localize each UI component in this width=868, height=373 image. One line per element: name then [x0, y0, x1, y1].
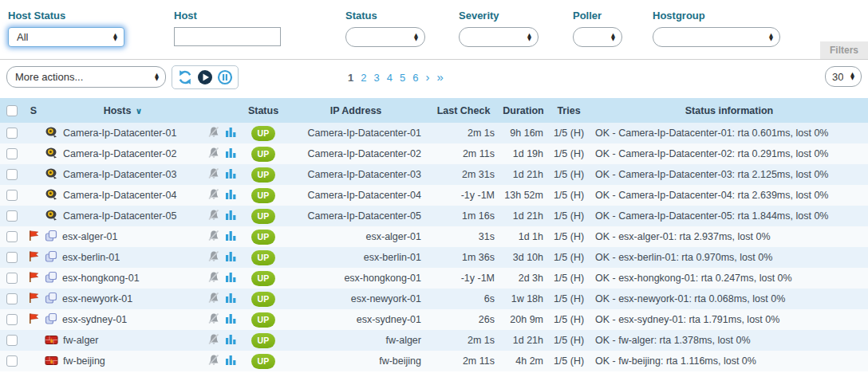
- severity-flag-icon: [28, 233, 40, 244]
- performance-graph-icon[interactable]: [225, 312, 237, 327]
- status-information-cell: OK - esx-berlin-01: rta 0.970ms, lost 0%: [590, 247, 868, 268]
- select-all-checkbox[interactable]: [6, 105, 18, 116]
- row-checkbox[interactable]: [6, 273, 18, 284]
- host-search-input[interactable]: [174, 27, 281, 46]
- status-badge: UP: [251, 126, 274, 141]
- row-checkbox[interactable]: [6, 128, 18, 139]
- page-link-3[interactable]: 3: [373, 72, 379, 84]
- host-name-link[interactable]: Camera-Ip-Datacenter-05: [63, 210, 176, 222]
- tries-cell: 1/5 (H): [547, 123, 590, 143]
- severity-select[interactable]: ▲▼: [459, 27, 539, 47]
- host-name-link[interactable]: Camera-Ip-Datacenter-02: [63, 148, 176, 159]
- performance-graph-icon[interactable]: [225, 188, 237, 202]
- notifications-disabled-icon: [207, 354, 220, 369]
- last-check-cell: 2m 11s: [428, 143, 499, 164]
- hostgroup-label: Hostgroup: [653, 10, 780, 22]
- duration-cell: 1d 21h: [499, 164, 547, 185]
- performance-graph-icon[interactable]: [225, 209, 237, 223]
- performance-graph-icon[interactable]: [225, 126, 237, 140]
- host-name-link[interactable]: Camera-Ip-Datacenter-04: [63, 190, 176, 201]
- status-label: Status: [345, 10, 425, 22]
- filters-tab[interactable]: Filters: [820, 41, 868, 59]
- page-link-6[interactable]: 6: [412, 72, 418, 84]
- performance-graph-icon[interactable]: [225, 292, 237, 306]
- row-checkbox[interactable]: [6, 210, 18, 222]
- last-check-cell: 2m 11s: [428, 351, 499, 371]
- duration-cell: 9h 16m: [499, 123, 547, 143]
- ip-address-cell: esx-alger-01: [284, 226, 428, 247]
- col-last-check: Last Check: [428, 98, 499, 123]
- page-link-5[interactable]: 5: [400, 72, 405, 84]
- notifications-disabled-icon: [207, 250, 220, 265]
- status-information-cell: OK - fw-beijing: rta 1.116ms, lost 0%: [590, 351, 868, 371]
- status-badge: UP: [251, 167, 274, 183]
- performance-graph-icon[interactable]: [225, 333, 237, 347]
- status-information-cell: OK - esx-newyork-01: rta 0.068ms, lost 0…: [590, 289, 868, 309]
- poller-label: Poller: [573, 10, 622, 22]
- page-link-1[interactable]: 1: [348, 72, 353, 84]
- page-link-4[interactable]: 4: [387, 72, 393, 84]
- status-information-cell: OK - Camera-Ip-Datacenter-05: rta 1.844m…: [590, 206, 868, 226]
- notifications-disabled-icon: [207, 292, 220, 307]
- host-name-link[interactable]: esx-alger-01: [62, 231, 117, 242]
- last-check-cell: 31s: [428, 226, 499, 247]
- duration-cell: 1d 1h: [499, 226, 547, 247]
- tries-cell: 1/5 (H): [547, 330, 590, 351]
- host-name-link[interactable]: Camera-Ip-Datacenter-01: [63, 128, 176, 139]
- performance-graph-icon[interactable]: [225, 167, 237, 182]
- more-actions-select[interactable]: More actions... ▲▼: [6, 66, 166, 88]
- performance-graph-icon[interactable]: [225, 147, 237, 161]
- row-checkbox[interactable]: [6, 190, 18, 201]
- row-checkbox[interactable]: [6, 355, 18, 367]
- host-name-link[interactable]: esx-berlin-01: [62, 252, 120, 263]
- host-name-link[interactable]: fw-beijing: [63, 355, 105, 367]
- status-badge: UP: [251, 147, 274, 162]
- row-checkbox[interactable]: [6, 252, 18, 263]
- row-checkbox[interactable]: [6, 335, 18, 346]
- last-page-link[interactable]: »: [436, 70, 443, 84]
- status-information-cell: OK - Camera-Ip-Datacenter-02: rta 0.291m…: [590, 143, 868, 164]
- host-name-link[interactable]: Camera-Ip-Datacenter-03: [63, 169, 176, 180]
- table-row: Camera-Ip-Datacenter-04: [0, 185, 868, 206]
- row-checkbox[interactable]: [6, 314, 18, 325]
- last-check-cell: -1y -1M: [428, 185, 499, 206]
- refresh-icon[interactable]: [177, 69, 193, 85]
- notifications-disabled-icon: [207, 209, 220, 224]
- page-link-2[interactable]: 2: [361, 72, 366, 84]
- table-row: esx-berlin-01: [0, 247, 868, 268]
- notifications-disabled-icon: [207, 230, 220, 245]
- ip-address-cell: esx-hongkong-01: [284, 268, 428, 289]
- row-checkbox[interactable]: [6, 293, 18, 304]
- performance-graph-icon[interactable]: [225, 230, 237, 244]
- tries-cell: 1/5 (H): [547, 226, 590, 247]
- host-name-link[interactable]: esx-newyork-01: [62, 293, 132, 304]
- page-size-select[interactable]: 30 ▲▼: [825, 66, 862, 87]
- row-checkbox[interactable]: [6, 148, 18, 159]
- duration-cell: 4h 2m: [499, 351, 547, 371]
- performance-graph-icon[interactable]: [225, 250, 237, 265]
- play-icon[interactable]: [197, 69, 213, 85]
- last-check-cell: 1m 36s: [428, 247, 499, 268]
- host-name-link[interactable]: esx-sydney-01: [62, 314, 127, 325]
- ip-address-cell: fw-alger: [284, 330, 428, 351]
- row-checkbox[interactable]: [6, 169, 18, 180]
- performance-graph-icon[interactable]: [225, 354, 237, 368]
- next-page-link[interactable]: ›: [425, 70, 429, 84]
- row-checkbox[interactable]: [6, 231, 18, 242]
- col-hosts[interactable]: Hosts∨: [43, 98, 203, 123]
- hostgroup-select[interactable]: ▲▼: [653, 27, 780, 47]
- host-name-link[interactable]: esx-hongkong-01: [62, 273, 140, 284]
- host-name-link[interactable]: fw-alger: [63, 335, 98, 346]
- severity-flag-icon: [28, 295, 40, 306]
- filter-poller: Poller ▲▼: [573, 10, 622, 47]
- ip-address-cell: Camera-Ip-Datacenter-05: [284, 206, 428, 226]
- host-status-select[interactable]: All ▲▼: [8, 27, 124, 47]
- performance-graph-icon[interactable]: [225, 271, 237, 285]
- updown-arrows-icon: ▲▼: [414, 33, 418, 41]
- virtual-machine-host-icon: [45, 292, 57, 307]
- poller-select[interactable]: ▲▼: [573, 27, 622, 47]
- pause-icon[interactable]: [217, 69, 233, 85]
- status-badge: UP: [251, 333, 274, 348]
- virtual-machine-host-icon: [45, 230, 57, 245]
- status-select[interactable]: ▲▼: [345, 27, 425, 47]
